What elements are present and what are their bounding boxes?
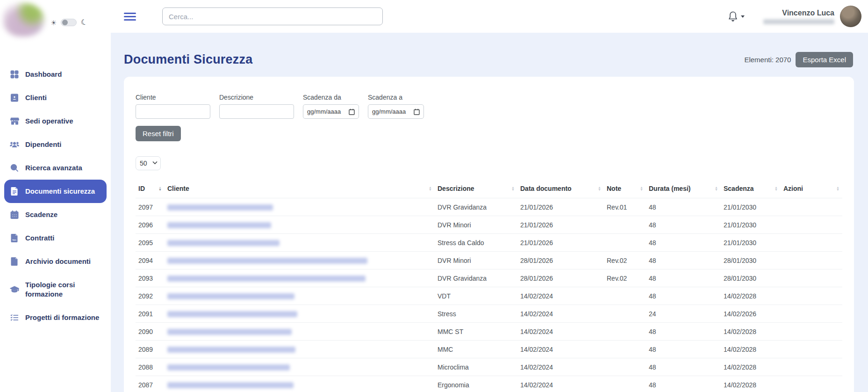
sun-icon: ☀ (50, 19, 57, 26)
sort-icon[interactable]: ▲▼ (715, 186, 718, 191)
descrizione-filter-input[interactable] (219, 104, 294, 119)
cell-durata: 48 (646, 376, 721, 392)
page-size-select[interactable]: 50 (136, 156, 161, 170)
column-header-durata[interactable]: Durata (mesi)▲▼ (646, 181, 721, 198)
cell-data-documento: 14/02/2024 (517, 358, 604, 376)
cell-cliente (165, 376, 435, 392)
cell-azioni (781, 198, 842, 216)
cell-descrizione: DVR Minori (435, 252, 517, 269)
checklist-icon (10, 313, 19, 322)
table-header-row: ID▲▼ Cliente▲▼ Descrizione▲▼ Data docume… (136, 181, 842, 198)
table-row: 2088 Microclima 14/02/2024 48 14/02/2028 (136, 358, 842, 376)
sidebar-item-archivio-documenti[interactable]: Archivio documenti (4, 250, 107, 273)
redacted-client-name (167, 382, 294, 388)
cell-scadenza: 21/01/2030 (721, 198, 781, 216)
cell-note: Rev.02 (604, 252, 646, 269)
redacted-client-name (167, 258, 367, 264)
cell-azioni (781, 269, 842, 287)
scadenza-a-date-input[interactable]: gg/mm/aaaa (368, 104, 424, 119)
cell-azioni (781, 358, 842, 376)
cell-scadenza: 21/01/2030 (721, 216, 781, 234)
user-block[interactable]: Vincenzo Luca (763, 9, 834, 24)
clients-card-icon (10, 93, 19, 102)
sort-icon[interactable]: ▲▼ (775, 186, 778, 191)
sidebar-item-dipendenti[interactable]: Dipendenti (4, 133, 107, 156)
calendar-picker-icon[interactable] (414, 109, 420, 115)
column-header-descrizione[interactable]: Descrizione▲▼ (435, 181, 517, 198)
cell-id: 2091 (136, 305, 165, 323)
company-logo (3, 3, 45, 36)
redacted-client-name (167, 311, 297, 317)
sort-icon[interactable]: ▲▼ (836, 186, 839, 191)
notifications-menu[interactable] (728, 11, 745, 22)
sidebar-item-label: Archivio documenti (25, 257, 91, 266)
cell-azioni (781, 323, 842, 341)
column-header-cliente[interactable]: Cliente▲▼ (165, 181, 435, 198)
sort-icon[interactable]: ▲▼ (598, 186, 601, 191)
theme-toggle[interactable] (61, 19, 77, 26)
search-input[interactable] (162, 7, 383, 25)
sidebar-item-tipologie-corsi[interactable]: Tipologie corsi formazione (4, 273, 107, 306)
sidebar-item-progetti-formazione[interactable]: Progetti di formazione (4, 306, 107, 329)
export-excel-button[interactable]: Esporta Excel (796, 52, 853, 67)
cell-id: 2088 (136, 358, 165, 376)
filter-label: Scadenza da (303, 94, 359, 101)
cell-data-documento: 14/02/2024 (517, 323, 604, 341)
column-header-scadenza[interactable]: Scadenza▲▼ (721, 181, 781, 198)
page-title: Documenti Sicurezza (124, 52, 252, 67)
table-row: 2092 VDT 14/02/2024 48 14/02/2028 (136, 287, 842, 305)
user-name: Vincenzo Luca (782, 9, 834, 17)
cell-cliente (165, 358, 435, 376)
storefront-icon (10, 116, 19, 126)
contract-signature-icon (10, 233, 19, 243)
cliente-filter-input[interactable] (136, 104, 210, 119)
sort-icon[interactable]: ▲▼ (640, 186, 643, 191)
cell-scadenza: 21/01/2030 (721, 234, 781, 252)
sidebar-item-contratti[interactable]: Contratti (4, 226, 107, 250)
redacted-client-name (167, 364, 290, 370)
cell-note: Rev.02 (604, 269, 646, 287)
page-header-actions: Elementi: 2070 Esporta Excel (744, 52, 853, 67)
calendar-picker-icon[interactable] (349, 109, 355, 115)
redacted-client-name (167, 347, 295, 353)
topbar: Vincenzo Luca (111, 0, 868, 33)
sort-icon[interactable]: ▲▼ (511, 186, 515, 191)
cell-descrizione: VDT (435, 287, 517, 305)
cell-data-documento: 21/01/2026 (517, 216, 604, 234)
file-icon (10, 257, 19, 266)
sort-icon[interactable]: ▲▼ (158, 186, 162, 191)
cell-durata: 24 (646, 305, 721, 323)
cell-cliente (165, 287, 435, 305)
filter-label: Descrizione (219, 94, 294, 101)
cell-cliente (165, 323, 435, 341)
column-header-id[interactable]: ID▲▼ (136, 181, 165, 198)
cell-scadenza: 14/02/2026 (721, 305, 781, 323)
redacted-client-name (167, 276, 366, 282)
reset-filters-button[interactable]: Reset filtri (136, 126, 181, 141)
graduation-cap-icon (10, 285, 19, 294)
logo-row: ☀ ☾ (0, 0, 111, 40)
cell-azioni (781, 305, 842, 323)
column-header-note[interactable]: Note▲▼ (604, 181, 646, 198)
column-header-data-documento[interactable]: Data documento▲▼ (517, 181, 604, 198)
scadenza-da-date-input[interactable]: gg/mm/aaaa (303, 104, 359, 119)
topbar-right: Vincenzo Luca (728, 6, 861, 27)
cell-durata: 48 (646, 252, 721, 269)
cell-scadenza: 14/02/2028 (721, 341, 781, 358)
cell-note (604, 323, 646, 341)
cell-data-documento: 28/01/2026 (517, 269, 604, 287)
cell-descrizione: MMC ST (435, 323, 517, 341)
sidebar-item-documenti-sicurezza[interactable]: Documenti sicurezza (4, 180, 107, 203)
sidebar-item-sedi-operative[interactable]: Sedi operative (4, 109, 107, 133)
sidebar-item-clienti[interactable]: Clienti (4, 86, 107, 109)
app-root: ☀ ☾ Dashboard Clienti (0, 0, 868, 392)
user-avatar[interactable] (840, 6, 861, 27)
sidebar-item-ricerca-avanzata[interactable]: Ricerca avanzata (4, 156, 107, 180)
bell-icon (728, 11, 738, 22)
column-header-azioni[interactable]: Azioni▲▼ (781, 181, 842, 198)
sort-icon[interactable]: ▲▼ (429, 186, 432, 191)
hamburger-menu-icon[interactable] (124, 13, 136, 21)
sidebar-item-dashboard[interactable]: Dashboard (4, 63, 107, 86)
filters-row: Cliente Descrizione Scadenza da gg/mm/aa… (136, 94, 842, 119)
sidebar-item-scadenze[interactable]: Scadenze (4, 203, 107, 226)
